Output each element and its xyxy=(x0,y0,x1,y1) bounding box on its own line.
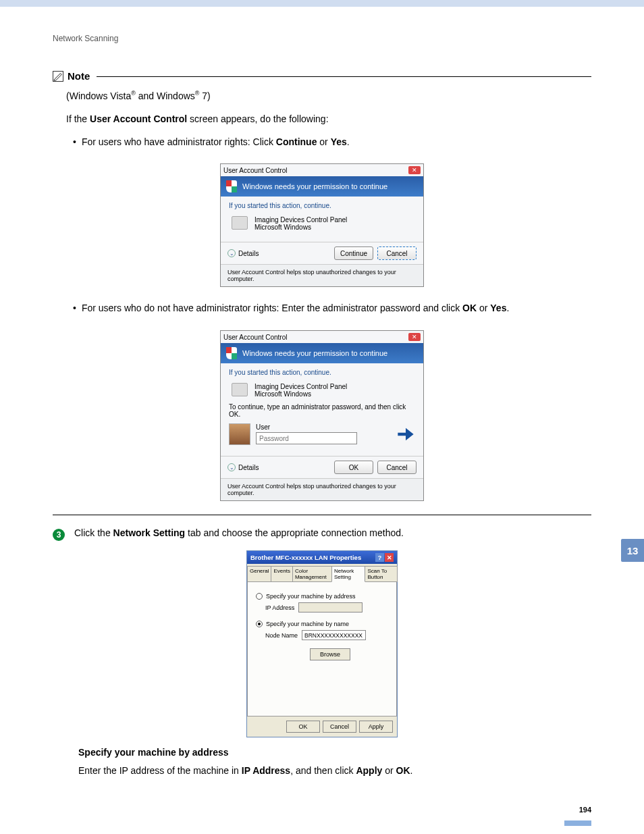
step-3-text: Click the Network Setting tab and choose… xyxy=(74,527,404,538)
radio-checked-icon xyxy=(256,621,263,627)
uac-banner-text: Windows needs your permission to continu… xyxy=(242,349,387,357)
t: Enter the IP address of the machine in xyxy=(78,765,242,776)
t: tab and choose the appropriate connectio… xyxy=(185,527,404,538)
uac-program-row: Imaging Devices Control Panel Microsoft … xyxy=(229,213,415,236)
uac-title: User Account Control xyxy=(223,334,288,341)
chevron-down-icon: ⌄ xyxy=(227,249,236,257)
uac-titlebar: User Account Control ✕ xyxy=(221,164,423,176)
ip-label: IP Address xyxy=(265,604,294,611)
uac-dialog-nonadmin: User Account Control ✕ Windows needs you… xyxy=(220,330,424,501)
properties-dialog: Brother MFC-xxxxxx LAN Properties ? ✕ Ge… xyxy=(246,550,398,737)
cancel-button[interactable]: Cancel xyxy=(377,246,417,260)
tab-events[interactable]: Events xyxy=(271,566,292,582)
note-rule xyxy=(97,76,591,77)
uac-dialog-admin: User Account Control ✕ Windows needs you… xyxy=(220,163,424,287)
arrow-right-icon xyxy=(396,425,415,444)
page-corner-accent xyxy=(564,820,591,826)
os-line: (Windows Vista® and Windows® 7) xyxy=(66,88,591,105)
close-icon[interactable]: ✕ xyxy=(408,166,421,174)
note-heading-row: Note xyxy=(53,70,591,82)
tab-panel: Specify your machine by address IP Addre… xyxy=(247,581,397,716)
bullet-1-text: For users who have administrator rights:… xyxy=(82,134,350,151)
node-name-row: Node Name xyxy=(265,630,388,640)
bold: Apply xyxy=(356,765,382,776)
bullet-1: • For users who have administrator right… xyxy=(73,134,591,151)
program-icon xyxy=(232,383,248,396)
page-number: 194 xyxy=(0,779,644,820)
uac-help-text: User Account Control helps stop unauthor… xyxy=(221,478,423,500)
ip-address-row: IP Address xyxy=(265,602,388,613)
uac-started-text: If you started this action, continue. xyxy=(229,369,415,376)
program-publisher: Microsoft Windows xyxy=(254,390,347,398)
t: . xyxy=(347,136,350,147)
t: or xyxy=(477,303,490,313)
radio-by-address-row[interactable]: Specify your machine by address xyxy=(256,593,388,600)
divider xyxy=(53,515,591,515)
details-label: Details xyxy=(238,464,259,471)
uac-help-text: User Account Control helps stop unauthor… xyxy=(221,264,423,286)
note-icon xyxy=(53,71,63,82)
cancel-button[interactable]: Cancel xyxy=(323,721,356,733)
program-icon xyxy=(232,216,248,230)
bold: Yes xyxy=(490,303,506,313)
t: Click the xyxy=(74,527,113,538)
t: For users who do not have administrator … xyxy=(82,303,462,313)
tab-strip: General Events Color Management Network … xyxy=(247,564,397,582)
radio-by-address-label: Specify your machine by address xyxy=(266,593,356,600)
uac-program-row: Imaging Devices Control Panel Microsoft … xyxy=(229,380,415,403)
help-icon[interactable]: ? xyxy=(375,553,384,562)
continue-button[interactable]: Continue xyxy=(334,246,373,260)
uac-continue-text: To continue, type an administrator passw… xyxy=(229,403,415,418)
cancel-button[interactable]: Cancel xyxy=(377,461,417,474)
details-label: Details xyxy=(238,250,259,257)
ok-button[interactable]: OK xyxy=(286,721,320,733)
details-toggle[interactable]: ⌄ Details xyxy=(227,249,259,257)
t: 7) xyxy=(199,90,210,101)
radio-unchecked-icon xyxy=(256,593,263,600)
ok-button[interactable]: OK xyxy=(334,461,373,474)
program-name: Imaging Devices Control Panel xyxy=(254,383,347,390)
t: . xyxy=(410,765,413,776)
bold: OK xyxy=(462,303,477,313)
uac-intro: If the User Account Control screen appea… xyxy=(66,111,591,128)
tab-network-setting[interactable]: Network Setting xyxy=(331,566,365,582)
uac-titlebar: User Account Control ✕ xyxy=(221,331,423,343)
bold: IP Address xyxy=(242,765,290,776)
uac-title: User Account Control xyxy=(223,167,288,174)
password-input[interactable] xyxy=(256,432,357,444)
tab-color-management[interactable]: Color Management xyxy=(292,566,332,582)
radio-by-name-row[interactable]: Specify your machine by name xyxy=(256,621,388,627)
avatar xyxy=(229,423,250,445)
t: For users who have administrator rights:… xyxy=(82,136,276,147)
tab-general[interactable]: General xyxy=(247,566,271,582)
t: and Windows xyxy=(136,90,195,101)
close-icon[interactable]: ✕ xyxy=(385,553,394,562)
browse-button[interactable]: Browse xyxy=(310,648,350,660)
t: If the xyxy=(66,113,90,124)
bullet-dot: • xyxy=(73,301,76,317)
uac-footer: ⌄ Details OK Cancel xyxy=(221,456,423,478)
t: (Windows Vista xyxy=(66,90,131,101)
properties-title-text: Brother MFC-xxxxxx LAN Properties xyxy=(250,554,361,561)
ip-address-input[interactable] xyxy=(298,602,363,613)
bullet-2-text: For users who do not have administrator … xyxy=(82,301,509,317)
page-header: Network Scanning xyxy=(53,34,591,43)
specify-text: Enter the IP address of the machine in I… xyxy=(78,763,591,778)
uac-banner: Windows needs your permission to continu… xyxy=(221,343,423,363)
shield-icon xyxy=(226,347,237,359)
t: . xyxy=(506,303,509,313)
bullet-2: • For users who do not have administrato… xyxy=(73,301,591,317)
details-toggle[interactable]: ⌄ Details xyxy=(227,463,259,471)
note-label: Note xyxy=(68,70,90,82)
user-label: User xyxy=(256,423,387,431)
tab-scan-to-button[interactable]: Scan To Button xyxy=(365,566,398,582)
t: screen appears, do the following: xyxy=(187,113,328,124)
node-name-input[interactable] xyxy=(302,630,366,640)
uac-banner: Windows needs your permission to continu… xyxy=(221,176,423,197)
bold: Yes xyxy=(331,136,347,147)
apply-button[interactable]: Apply xyxy=(359,721,393,733)
bold: OK xyxy=(396,765,410,776)
t: , and then click xyxy=(290,765,356,776)
program-publisher: Microsoft Windows xyxy=(254,224,347,231)
close-icon[interactable]: ✕ xyxy=(408,333,421,341)
